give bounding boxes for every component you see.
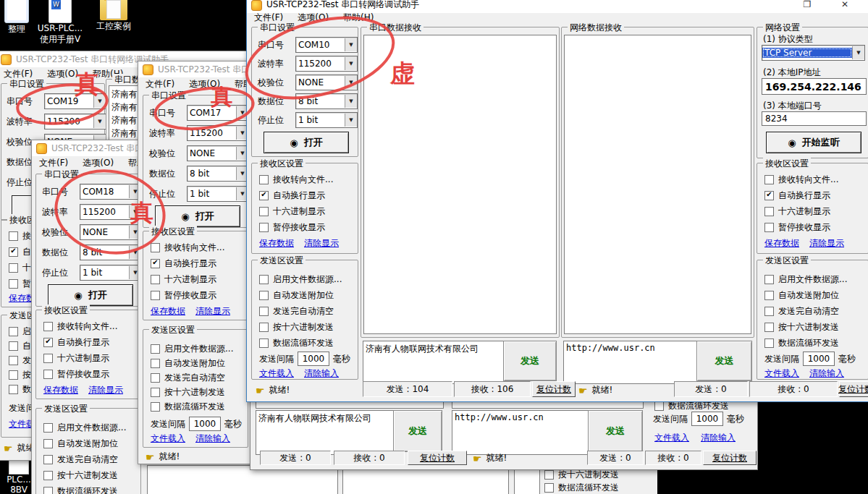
local-ip-input[interactable]: 169.254.222.146 — [762, 78, 867, 95]
com-port-select[interactable]: COM18▼ — [80, 184, 142, 200]
serial-send-input[interactable]: 济南有人物联网技术有限公司 — [363, 341, 505, 384]
checkbox-recv-to-file[interactable]: 接收转向文件... — [259, 174, 333, 186]
checkbox-file-source[interactable]: 启用文件数据源... — [43, 422, 126, 434]
interval-input[interactable]: 1000 — [691, 412, 723, 426]
reset-count-button[interactable]: 复位计数 — [532, 381, 576, 397]
interval-input[interactable]: 1000 — [298, 352, 329, 366]
clear-input-link[interactable]: 清除输入 — [809, 367, 844, 380]
file-load-link[interactable]: 文件载入 — [151, 433, 185, 445]
checkbox-clear-after-send[interactable]: 发送完自动清空 — [764, 305, 839, 318]
databits-select[interactable]: 8 bit▼ — [80, 244, 142, 260]
menu-options[interactable]: 选项(O) — [298, 12, 329, 24]
checkbox-file-source[interactable]: 启用文件数据源... — [151, 343, 233, 355]
protocol-select[interactable]: TCP Server ▼ — [762, 45, 865, 61]
maximize-button[interactable]: ❐ — [791, 0, 823, 11]
menu-file[interactable]: 文件(F) — [146, 78, 174, 90]
save-data-link[interactable]: 保存数据 — [43, 384, 78, 396]
checkbox-auto-newline[interactable]: 自动换行显示 — [259, 189, 325, 202]
checkbox-clear-after-send[interactable]: 发送完自动清空 — [151, 372, 225, 384]
reset-count-button[interactable]: 复位计数 — [703, 451, 757, 465]
com-port-select[interactable]: COM17▼ — [187, 105, 249, 121]
checkbox-loop-send[interactable]: 数据流循环发送 — [151, 401, 225, 413]
close-button[interactable]: ✕ — [829, 0, 861, 11]
desktop-icon-industry-cases[interactable]: 工控案例 — [88, 0, 139, 33]
baud-select[interactable]: 115200▼ — [80, 204, 142, 220]
checkbox-recv-to-file[interactable]: 接收转向文件... — [764, 174, 838, 186]
menu-options[interactable]: 选项(O) — [83, 157, 114, 169]
checkbox-loop-send[interactable]: 数据流循环发送 — [259, 337, 334, 349]
checkbox-pause-recv[interactable]: 暂停接收显示 — [151, 289, 216, 302]
checkbox-auto-append[interactable]: 自动发送附加位 — [151, 357, 225, 370]
clear-input-link[interactable]: 清除输入 — [195, 433, 230, 445]
menu-options[interactable]: 选项(O) — [47, 68, 78, 80]
network-send-input[interactable]: http://www.usr.cn — [563, 341, 699, 384]
serial-send-input[interactable]: 济南有人物联网技术有限公司 — [256, 410, 395, 455]
checkbox-clear-after-send[interactable]: 发送完自动清空 — [259, 305, 334, 318]
file-load-link[interactable]: 文件载入 — [654, 432, 689, 444]
checkbox-send-hex[interactable]: 按十六进制发送 — [151, 386, 225, 399]
open-port-button[interactable]: ◉打开 — [264, 132, 349, 153]
checkbox-recv-to-file[interactable]: 接收转向文件... — [151, 242, 224, 254]
network-send-button[interactable]: 发送 — [696, 341, 752, 381]
checkbox-hex-display[interactable]: 十六进制显示 — [43, 352, 109, 365]
checkbox-auto-newline[interactable]: 自动换行显示 — [151, 257, 216, 270]
databits-select[interactable]: 8 bit▼ — [295, 93, 358, 109]
local-port-input[interactable]: 8234 — [762, 111, 867, 126]
network-send-input[interactable]: http://www.usr.cn — [452, 410, 589, 455]
clear-display-link[interactable]: 清除显示 — [809, 237, 844, 250]
start-listen-button[interactable]: ◉开始监听 — [766, 132, 861, 153]
desktop-icon-usr-plc-manual[interactable]: W USR-PLC... 使用手册V — [35, 0, 85, 46]
checkbox-send-hex[interactable]: 按十六进制发送 — [764, 321, 839, 333]
serial-send-button[interactable]: 发送 — [503, 341, 557, 381]
reset-count-button[interactable]: 复位计数 — [839, 381, 868, 397]
clear-display-link[interactable]: 清除显示 — [88, 384, 123, 396]
open-port-button[interactable]: ◉打开 — [48, 284, 133, 306]
checkbox-loop-send[interactable]: 数据流循环发送 — [544, 482, 619, 494]
checkbox-clear-after-send[interactable]: 发送完自动清空 — [43, 453, 118, 466]
interval-input[interactable]: 1000 — [803, 352, 835, 366]
baud-select[interactable]: 115200▼ — [44, 114, 106, 129]
checkbox-pause-recv[interactable]: 暂停接收显示 — [259, 221, 325, 234]
com-port-select[interactable]: COM19▼ — [44, 93, 106, 109]
save-data-link[interactable]: 保存数据 — [764, 237, 799, 250]
checkbox-send-hex[interactable]: 按十六进制发送 — [43, 469, 118, 482]
checkbox-auto-newline[interactable]: 自动换行显示 — [764, 189, 830, 202]
titlebar[interactable]: USR-TCP232-Test 串口转网络调试助手 — [138, 61, 252, 77]
baud-select[interactable]: 115200▼ — [187, 125, 249, 141]
file-load-link[interactable]: 文件载入 — [764, 367, 799, 380]
parity-select[interactable]: NONE▼ — [80, 224, 142, 240]
stopbits-select[interactable]: 1 bit▼ — [295, 112, 358, 128]
baud-select[interactable]: 115200▼ — [295, 56, 358, 72]
parity-select[interactable]: NONE▼ — [187, 145, 249, 161]
clear-display-link[interactable]: 清除显示 — [304, 237, 339, 250]
checkbox-auto-newline[interactable]: 自动换行显示 — [43, 336, 109, 349]
menu-file[interactable]: 文件(F) — [39, 157, 68, 169]
save-data-link[interactable]: 保存数据 — [259, 237, 294, 250]
clear-display-link[interactable]: 清除显示 — [195, 305, 230, 318]
file-load-link[interactable]: 文件载入 — [259, 367, 294, 380]
checkbox-loop-send[interactable]: 数据流循环发送 — [43, 485, 118, 494]
checkbox-hex-display[interactable]: 十六进制显示 — [151, 273, 216, 286]
checkbox-send-hex[interactable]: 按十六进制发送 — [259, 321, 334, 333]
desktop-icon-organize[interactable]: 整理 — [0, 0, 33, 35]
save-data-link[interactable]: 保存数据 — [151, 305, 185, 318]
clear-input-link[interactable]: 清除输入 — [304, 367, 339, 380]
serial-receive-box[interactable] — [363, 35, 557, 334]
checkbox-hex-display[interactable]: 十六进制显示 — [764, 205, 830, 218]
checkbox-send-hex[interactable]: 按十六进制发送 — [544, 469, 619, 481]
checkbox-pause-recv[interactable]: 暂停接收显示 — [43, 368, 109, 380]
serial-send-button[interactable]: 发送 — [393, 410, 442, 452]
checkbox-recv-to-file[interactable]: 接收转向文件... — [43, 320, 117, 333]
checkbox-auto-append[interactable]: 自动发送附加位 — [764, 289, 839, 302]
stopbits-select[interactable]: 1 bit▼ — [187, 186, 249, 202]
parity-select[interactable]: NONE▼ — [295, 74, 358, 90]
checkbox-file-source[interactable]: 启用文件数据源... — [764, 273, 847, 286]
network-receive-box[interactable] — [564, 35, 751, 334]
checkbox-loop-send[interactable]: 数据流循环发送 — [764, 337, 839, 349]
stopbits-select[interactable]: 1 bit▼ — [80, 265, 142, 281]
com-port-select[interactable]: COM10▼ — [295, 37, 358, 53]
clear-input-link[interactable]: 清除输入 — [701, 432, 736, 444]
checkbox-hex-display[interactable]: 十六进制显示 — [259, 205, 325, 218]
interval-input[interactable]: 1000 — [189, 417, 221, 431]
open-port-button[interactable]: ◉打开 — [155, 205, 240, 227]
